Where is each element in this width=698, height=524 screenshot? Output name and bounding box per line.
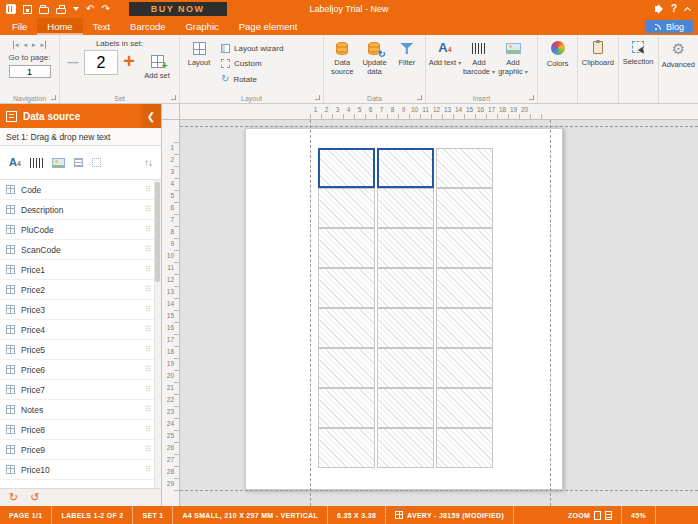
last-page-icon[interactable]: ▸ <box>41 41 47 49</box>
undo-icon[interactable]: ↶ <box>86 0 94 18</box>
print-icon[interactable] <box>56 8 66 14</box>
label-cell[interactable] <box>377 308 434 348</box>
label-cell[interactable] <box>318 308 375 348</box>
field-item[interactable]: Notes⠿ <box>0 400 161 420</box>
status-format[interactable]: A4 SMALL, 210 X 297 MM - VERTICAL <box>173 506 328 524</box>
label-cell[interactable] <box>436 268 493 308</box>
add-set-button[interactable]: + Add set <box>140 50 174 81</box>
label-cell[interactable] <box>377 388 434 428</box>
drag-handle-icon[interactable]: ⠿ <box>145 285 151 294</box>
colors-button[interactable]: Colors <box>538 35 578 103</box>
add-text-button[interactable]: A4 Add text ▾ <box>428 37 462 92</box>
field-item[interactable]: Description⠿ <box>0 200 161 220</box>
status-zoom[interactable]: ZOOM <box>559 506 622 524</box>
drag-handle-icon[interactable]: ⠿ <box>145 385 151 394</box>
drag-handle-icon[interactable]: ⠿ <box>145 225 151 234</box>
label-cell[interactable] <box>377 188 434 228</box>
status-template[interactable]: AVERY - J8159 (MODIFIED) <box>386 506 514 524</box>
field-item[interactable]: Price7⠿ <box>0 380 161 400</box>
previous-page-icon[interactable]: ◂ <box>23 41 27 49</box>
advanced-button[interactable]: ⚙ Advanced <box>659 35 698 103</box>
drag-handle-icon[interactable]: ⠿ <box>145 425 151 434</box>
label-cell[interactable] <box>436 188 493 228</box>
field-item[interactable]: Price8⠿ <box>0 420 161 440</box>
filter-button[interactable]: Filter <box>391 37 423 92</box>
status-zoom-value[interactable]: 45% <box>622 506 656 524</box>
label-cell[interactable] <box>377 348 434 388</box>
data-source-button[interactable]: Data source <box>326 37 358 92</box>
drag-handle-icon[interactable]: ⠿ <box>145 365 151 374</box>
custom-layout-button[interactable]: Custom <box>218 58 286 69</box>
add-graphic-button[interactable]: Add graphic ▾ <box>496 37 530 92</box>
label-cell[interactable] <box>318 388 375 428</box>
tab-file[interactable]: File <box>2 18 37 35</box>
dialog-launcher-icon[interactable] <box>315 95 320 100</box>
label-cell[interactable] <box>377 428 434 468</box>
status-size[interactable]: 6.35 X 3.38 <box>328 506 386 524</box>
collapse-panel-icon[interactable]: ❮ <box>141 104 161 128</box>
field-list-scrollbar[interactable] <box>154 180 161 488</box>
label-cell[interactable] <box>436 228 493 268</box>
tab-barcode[interactable]: Barcode <box>120 18 175 35</box>
field-item[interactable]: Price2⠿ <box>0 280 161 300</box>
tab-home[interactable]: Home <box>37 18 82 35</box>
field-item[interactable]: Price5⠿ <box>0 340 161 360</box>
add-barcode-button[interactable]: Add barcode ▾ <box>462 37 496 92</box>
field-item[interactable]: Price1⠿ <box>0 260 161 280</box>
open-icon[interactable] <box>39 7 49 14</box>
drag-handle-icon[interactable]: ⠿ <box>145 185 151 194</box>
dialog-launcher-icon[interactable] <box>417 95 422 100</box>
announcement-icon[interactable] <box>655 6 659 12</box>
first-page-icon[interactable]: ◂ <box>13 41 19 49</box>
field-item[interactable]: Price6⠿ <box>0 360 161 380</box>
label-cell[interactable] <box>436 308 493 348</box>
label-cell[interactable] <box>436 348 493 388</box>
label-cell-selected[interactable] <box>318 148 375 188</box>
help-icon[interactable]: ? <box>671 0 677 18</box>
refresh-icon[interactable]: ↻ <box>9 492 18 503</box>
zoom-fit-width-icon[interactable] <box>605 511 612 520</box>
counter-field-icon[interactable] <box>92 158 101 167</box>
drag-handle-icon[interactable]: ⠿ <box>145 245 151 254</box>
label-cell[interactable] <box>318 228 375 268</box>
zoom-fit-page-icon[interactable] <box>594 511 601 520</box>
inline-fields-icon[interactable] <box>74 158 83 167</box>
drag-handle-icon[interactable]: ⠿ <box>145 265 151 274</box>
label-cell[interactable] <box>318 428 375 468</box>
buy-now-button[interactable]: BUY NOW <box>129 2 227 16</box>
quick-access-caret-icon[interactable] <box>73 7 79 11</box>
sort-fields-icon[interactable]: ↑↓ <box>144 157 152 168</box>
drag-handle-icon[interactable]: ⠿ <box>145 205 151 214</box>
clipboard-button[interactable]: Clipboard <box>578 35 618 103</box>
status-page[interactable]: PAGE 1/1 <box>0 506 52 524</box>
decrease-set-button[interactable]: – <box>65 50 81 72</box>
field-item[interactable]: Price10⠿ <box>0 460 161 480</box>
dialog-launcher-icon[interactable] <box>171 95 176 100</box>
next-page-icon[interactable]: ▸ <box>32 41 36 49</box>
go-to-page-input[interactable] <box>9 65 51 78</box>
tab-text[interactable]: Text <box>83 18 120 35</box>
add-barcode-field-icon[interactable] <box>30 158 43 168</box>
collapse-ribbon-icon[interactable] <box>684 7 691 14</box>
scrollbar-thumb[interactable] <box>155 182 160 282</box>
field-item[interactable]: Price9⠿ <box>0 440 161 460</box>
labels-in-set-input[interactable] <box>84 50 118 75</box>
dialog-launcher-icon[interactable] <box>529 95 534 100</box>
label-cell-selected[interactable] <box>377 148 434 188</box>
add-text-field-icon[interactable]: A4 <box>9 156 21 170</box>
field-item[interactable]: Price4⠿ <box>0 320 161 340</box>
label-cell[interactable] <box>318 188 375 228</box>
field-item[interactable]: Code⠿ <box>0 180 161 200</box>
layout-button[interactable]: Layout <box>182 37 216 92</box>
increase-set-button[interactable]: + <box>121 50 137 72</box>
status-set[interactable]: SET 1 <box>133 506 173 524</box>
label-cell[interactable] <box>377 228 434 268</box>
drag-handle-icon[interactable]: ⠿ <box>145 465 151 474</box>
rotate-button[interactable]: ↻ Rotate <box>218 73 286 85</box>
label-cell[interactable] <box>436 428 493 468</box>
redo-icon[interactable]: ↷ <box>101 0 109 18</box>
blog-button[interactable]: Blog <box>645 20 693 33</box>
dialog-launcher-icon[interactable] <box>51 95 56 100</box>
label-cell[interactable] <box>377 268 434 308</box>
tab-graphic[interactable]: Graphic <box>175 18 228 35</box>
